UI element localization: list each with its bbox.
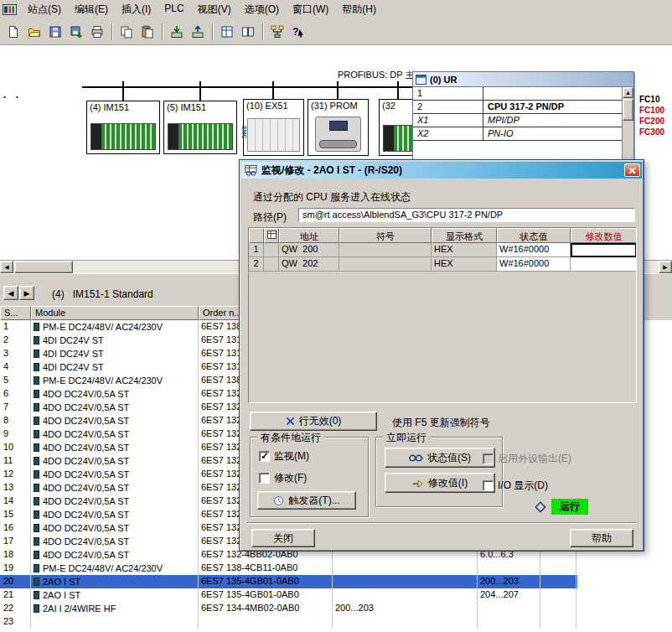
open-icon[interactable] (24, 22, 44, 42)
table-row[interactable]: 20 2AO I ST 6ES7 135-4GB01-0AB0 200...20… (0, 575, 577, 588)
format-cell[interactable]: HEX (432, 257, 497, 272)
path-field[interactable]: sm@rt access\AlblendSA_G3\CPU 317-2 PN/D… (298, 208, 635, 222)
rack-slot-row[interactable]: X2 PN-IO (413, 127, 622, 141)
checkbox-box[interactable] (483, 453, 494, 464)
variable-row[interactable]: 2 QW 202 HEX W#16#0000 (249, 257, 636, 272)
variable-row[interactable]: 1 QW 200 HEX W#16#0000 (249, 243, 636, 257)
modify-value-input[interactable] (571, 257, 637, 272)
row-not-effective-button[interactable]: 行无效(0) (250, 412, 377, 431)
header-display-format[interactable]: 显示格式 (432, 228, 497, 243)
header-symbol[interactable]: 符号 (339, 228, 432, 243)
row-module-name: 4DO DC24V/0,5A ST (43, 522, 129, 535)
address-cell[interactable]: QW 200 (279, 243, 339, 257)
table-row[interactable]: 22 2AI I 2/4WIRE HF 6ES7 134-4MB02-0AB0 … (0, 602, 577, 615)
row-order-number: 6ES7 135-4GB01-0AB0 (199, 588, 333, 602)
row-module-cell: 4DO DC24V/0,5A ST (31, 401, 199, 414)
module-icon (34, 537, 39, 546)
menu-items: 站点(S)编辑(E)插入(I)PLC视图(V)选项(O)窗口(W)帮助(H) (21, 0, 383, 19)
upload-icon[interactable] (188, 22, 208, 42)
context-help-icon[interactable]: ? (288, 22, 308, 42)
scrollbar-thumb[interactable] (623, 99, 633, 121)
row-module-cell: 2AO I ST (31, 588, 199, 602)
table-row[interactable]: 19 PM-E DC24/48V/ AC24/230V 6ES7 138-4CB… (0, 562, 577, 575)
download-icon[interactable] (167, 22, 187, 42)
menu-item[interactable]: 窗口(W) (286, 0, 335, 19)
catalog-block-item[interactable]: FC200 (635, 117, 672, 127)
rack-slot-row[interactable]: 1 (413, 87, 622, 101)
dp-slave-prom-31[interactable]: (31) PROM (308, 99, 369, 156)
paste-icon[interactable] (137, 22, 158, 42)
header-address[interactable]: 地址 (279, 228, 339, 243)
menu-item[interactable]: PLC (158, 0, 190, 19)
table-row[interactable]: 21 2AO I ST 6ES7 135-4GB01-0AB0 204...20… (0, 588, 577, 602)
dp-slave-ex51-10[interactable]: (10) EX51 SMC (243, 99, 304, 156)
split-window-icon[interactable] (238, 22, 258, 42)
nav-forward-button[interactable]: ▶ (19, 286, 34, 300)
modify-checkbox[interactable]: 修改(F) (259, 471, 307, 485)
checkbox-box[interactable] (259, 473, 270, 484)
save-icon[interactable] (45, 22, 65, 42)
rack-window-titlebar[interactable]: (0) UR (413, 72, 633, 87)
symbol-cell[interactable] (339, 257, 432, 272)
row-module-name: 4DI DC24V ST (43, 361, 104, 374)
dp-slave-im151-5[interactable]: (5) IM151 (163, 101, 237, 154)
catalog-block-item[interactable]: FC300 (635, 127, 672, 138)
rack-window-scrollbar[interactable]: ▲ (622, 87, 633, 163)
modify-values-button[interactable]: 修改值(I) (385, 473, 495, 493)
monitor-checkbox[interactable]: 监视(M) (259, 449, 309, 464)
row-comment (540, 575, 576, 588)
symbol-cell[interactable] (339, 243, 432, 257)
rack-slot-row[interactable]: 2 CPU 317-2 PN/DP (413, 101, 622, 114)
table-row[interactable]: 23 (0, 615, 577, 629)
catalog-block-label: FC200 (639, 117, 664, 126)
network-icon[interactable] (267, 22, 287, 42)
scroll-right-icon[interactable]: ▶ (659, 261, 672, 273)
menu-item[interactable]: 站点(S) (21, 0, 68, 19)
menu-item[interactable]: 帮助(H) (335, 0, 383, 19)
catalog-icon[interactable] (217, 22, 237, 42)
row-module-cell: 4DO DC24V/0,5A ST (31, 427, 199, 441)
modify-value-input[interactable] (571, 243, 637, 257)
menu-item[interactable]: 插入(I) (115, 0, 158, 19)
scroll-up-icon[interactable]: ▲ (623, 87, 633, 98)
row-module-cell: PM-E DC24/48V/ AC24/230V (31, 320, 199, 334)
row-module-cell: 4DO DC24V/0,5A ST (31, 468, 199, 481)
glasses-icon (409, 453, 423, 463)
row-slot-number: 22 (0, 602, 31, 615)
help-button[interactable]: 帮助 (570, 529, 633, 547)
status-values-button[interactable]: 状态值(S) (385, 448, 495, 468)
close-button[interactable]: 关闭 (251, 529, 315, 547)
scroll-left-icon[interactable]: ◀ (0, 261, 13, 273)
rack-slot-row[interactable]: X1 MPI/DP (413, 114, 622, 127)
dp-slave-im151-4[interactable]: (4) IM151 (86, 101, 160, 154)
row-module-cell: 4DO DC24V/0,5A ST (31, 521, 199, 535)
nav-back-button[interactable]: ◀ (3, 286, 18, 300)
format-cell[interactable]: HEX (432, 243, 497, 257)
copy-icon[interactable] (116, 22, 137, 42)
enable-peripheral-outputs-checkbox[interactable]: 启用外设输出(E) (483, 452, 571, 466)
dialog-titlebar[interactable]: 监视/修改 - 2AO I ST - (R-/S20) (241, 162, 642, 179)
row-q-address (478, 602, 540, 615)
menu-item[interactable]: 视图(V) (191, 0, 238, 19)
new-icon[interactable] (3, 22, 23, 42)
close-icon[interactable] (624, 163, 640, 177)
slot-module-name: PN-IO (483, 127, 622, 140)
menu-item[interactable]: 编辑(E) (68, 0, 115, 19)
header-module[interactable]: Module (31, 306, 199, 320)
save-compile-icon[interactable] (66, 22, 86, 42)
rack-ur-window[interactable]: (0) UR 1 2 CPU 317-2 PN/DP X1 (412, 71, 634, 163)
checkbox-box[interactable] (483, 480, 494, 491)
scrollbar-thumb[interactable] (14, 261, 73, 273)
checkbox-box[interactable] (259, 451, 270, 462)
io-display-checkbox[interactable]: I/O 显示(D) (483, 479, 548, 493)
trigger-button[interactable]: 触发器(T)... (257, 491, 356, 510)
print-icon[interactable] (87, 22, 107, 42)
address-cell[interactable]: QW 202 (279, 257, 339, 272)
header-slot[interactable]: S... (0, 306, 31, 320)
header-status-value[interactable]: 状态值 (497, 228, 571, 243)
header-modify-value[interactable]: 修改数值 (571, 228, 637, 243)
catalog-block-item[interactable]: FC10 (635, 95, 672, 106)
row-q-address (478, 562, 540, 575)
menu-item[interactable]: 选项(O) (238, 0, 286, 19)
catalog-block-item[interactable]: FC100 (635, 106, 672, 117)
